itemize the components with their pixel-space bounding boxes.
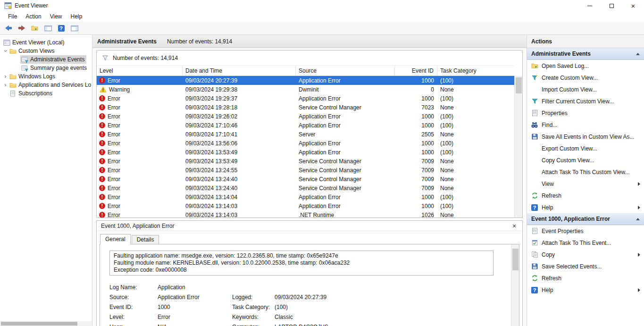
action-refresh[interactable]: Refresh: [527, 272, 644, 284]
minimize-button[interactable]: [579, 0, 601, 11]
tree-item-windows-logs[interactable]: ›Windows Logs: [0, 72, 92, 81]
level-text: Error: [108, 113, 120, 120]
event-row[interactable]: !Error09/03/2024 13:14:03Application Err…: [97, 201, 514, 210]
action-filter-current-custom-view[interactable]: Filter Current Custom View...: [527, 95, 644, 107]
event-row[interactable]: !Error09/03/2024 13:53:49Service Control…: [97, 157, 514, 166]
collapse-icon[interactable]: [636, 218, 640, 220]
list-vertical-scrollbar[interactable]: [514, 76, 522, 217]
cell-level: !Error: [97, 185, 183, 192]
action-attach-task-to-this-event[interactable]: Attach Task To This Event...: [527, 237, 644, 249]
action-help[interactable]: ?Help: [527, 201, 644, 213]
event-description-box[interactable]: Faulting application name: msedge.exe, v…: [109, 251, 493, 276]
column-header-task-category[interactable]: Task Category: [437, 66, 514, 75]
help-button[interactable]: ?: [55, 23, 67, 34]
scrollbar-thumb[interactable]: [1, 322, 77, 326]
action-import-custom-view[interactable]: Import Custom View...: [527, 84, 644, 95]
cell-datetime: 09/03/2024 13:14:03: [183, 203, 296, 209]
field-label: Keywords:: [232, 314, 275, 324]
action-event-properties[interactable]: Event Properties: [527, 225, 644, 237]
scrollbar-thumb[interactable]: [516, 77, 522, 93]
folder-icon: [9, 47, 17, 55]
titlebar: Event Viewer ×: [0, 0, 644, 11]
tree-item-summary-page-events[interactable]: Summary page events: [0, 64, 92, 72]
cell-datetime: 09/03/2024 17:10:46: [183, 122, 296, 129]
scrollbar-thumb[interactable]: [512, 249, 519, 270]
event-row[interactable]: !Error09/03/2024 20:27:39Application Err…: [97, 76, 514, 85]
tree-item-event-viewer-local[interactable]: Event Viewer (Local): [0, 38, 92, 47]
event-row[interactable]: !Error09/03/2024 13:56:06Application Err…: [97, 139, 514, 148]
error-icon: !: [99, 95, 105, 101]
chevron-down-icon[interactable]: ›: [2, 48, 9, 54]
column-header-source[interactable]: Source: [296, 66, 395, 75]
back-button[interactable]: [2, 23, 14, 34]
cell-source: Service Control Manager: [296, 167, 395, 174]
event-row[interactable]: !Error09/03/2024 19:26:02Application Err…: [97, 112, 514, 121]
save-icon: [531, 263, 538, 270]
close-button[interactable]: ×: [622, 0, 644, 11]
action-save-all-events-in-custom-view-as[interactable]: Save All Events in Custom View As...: [527, 131, 644, 142]
action-save-selected-events[interactable]: Save Selected Events...: [527, 260, 644, 272]
action-section-header-event-1000-application-error[interactable]: Event 1000, Application Error: [527, 213, 644, 225]
event-row[interactable]: !Error09/03/2024 17:10:41Server2505None: [97, 130, 514, 139]
cell-event-id: 7023: [395, 104, 437, 111]
show-console-tree-button[interactable]: [42, 23, 54, 34]
action-item-label: Copy Custom View...: [542, 157, 594, 164]
open-saved-log-icon: [31, 25, 39, 32]
event-row[interactable]: !Error09/03/2024 19:29:37Application Err…: [97, 94, 514, 103]
tree-item-administrative-events[interactable]: Administrative Events: [0, 55, 92, 64]
menu-view[interactable]: View: [46, 12, 67, 21]
tree-item-custom-views[interactable]: ›Custom Views: [0, 47, 92, 55]
action-refresh[interactable]: Refresh: [527, 190, 644, 201]
chevron-right-icon[interactable]: ›: [2, 82, 8, 88]
event-row[interactable]: !Error09/03/2024 13:53:49Application Err…: [97, 148, 514, 157]
column-header-event-id[interactable]: Event ID: [395, 66, 437, 75]
tree-item-applications-and-services-lo[interactable]: ›Applications and Services Lo: [0, 81, 92, 89]
tree-item-subscriptions[interactable]: Subscriptions: [0, 89, 92, 98]
action-item-label: Copy: [542, 251, 555, 258]
preview-vertical-scrollbar[interactable]: [511, 244, 519, 326]
event-row[interactable]: !Error09/03/2024 13:14:03.NET Runtime102…: [97, 210, 514, 217]
chevron-right-icon[interactable]: ›: [2, 73, 8, 80]
cell-level: !Error: [97, 104, 183, 111]
tab-general[interactable]: General: [100, 234, 131, 244]
action-find[interactable]: Find...: [527, 119, 644, 131]
action-section-header-administrative-events[interactable]: Administrative Events: [527, 48, 644, 60]
column-header-level[interactable]: Level: [97, 66, 183, 75]
field-value: Application Error: [158, 294, 232, 304]
action-copy-custom-view[interactable]: Copy Custom View...: [527, 154, 644, 166]
collapse-icon[interactable]: [636, 53, 640, 55]
cell-event-id: 7009: [395, 158, 437, 165]
maximize-button[interactable]: [601, 0, 622, 11]
cell-source: Service Control Manager: [296, 185, 395, 192]
action-export-custom-view[interactable]: Export Custom View...: [527, 142, 644, 154]
action-help[interactable]: ?Help: [527, 284, 644, 296]
close-icon[interactable]: ×: [510, 222, 518, 230]
action-properties[interactable]: Properties: [527, 107, 644, 119]
event-count-text: Number of events: 14,914: [167, 38, 232, 45]
tab-details[interactable]: Details: [132, 235, 159, 244]
event-row[interactable]: !Error09/03/2024 13:14:04Application Err…: [97, 192, 514, 201]
open-saved-log-button[interactable]: [29, 23, 41, 34]
action-attach-task-to-this-custom-view[interactable]: Attach Task To This Custom View...: [527, 166, 644, 178]
event-row[interactable]: !Error09/03/2024 19:28:18Service Control…: [97, 103, 514, 112]
action-copy[interactable]: Copy: [527, 249, 644, 260]
cell-datetime: 09/03/2024 13:56:06: [183, 140, 296, 147]
tree-horizontal-scrollbar[interactable]: [0, 321, 92, 326]
menu-action[interactable]: Action: [21, 12, 45, 21]
forward-button[interactable]: [16, 23, 27, 34]
show-action-pane-button[interactable]: [68, 23, 80, 34]
menu-file[interactable]: File: [4, 12, 21, 21]
event-row[interactable]: !Error09/03/2024 17:10:46Application Err…: [97, 121, 514, 130]
help-icon: ?: [58, 25, 65, 32]
window-title: Event Viewer: [15, 2, 48, 9]
action-view[interactable]: View: [527, 178, 644, 190]
event-row[interactable]: !Error09/03/2024 13:24:55Service Control…: [97, 166, 514, 175]
menu-help[interactable]: Help: [67, 12, 87, 21]
action-create-custom-view[interactable]: Create Custom View...: [527, 72, 644, 84]
event-row[interactable]: Warning09/03/2024 19:29:38Dwminit0None: [97, 85, 514, 94]
column-header-date-and-time[interactable]: Date and Time: [183, 66, 296, 75]
event-row[interactable]: !Error09/03/2024 13:24:40Service Control…: [97, 175, 514, 184]
main-content: Event Viewer (Local)›Custom ViewsAdminis…: [0, 35, 644, 326]
event-row[interactable]: !Error09/03/2024 13:24:40Service Control…: [97, 184, 514, 192]
action-open-saved-log[interactable]: Open Saved Log...: [527, 60, 644, 72]
